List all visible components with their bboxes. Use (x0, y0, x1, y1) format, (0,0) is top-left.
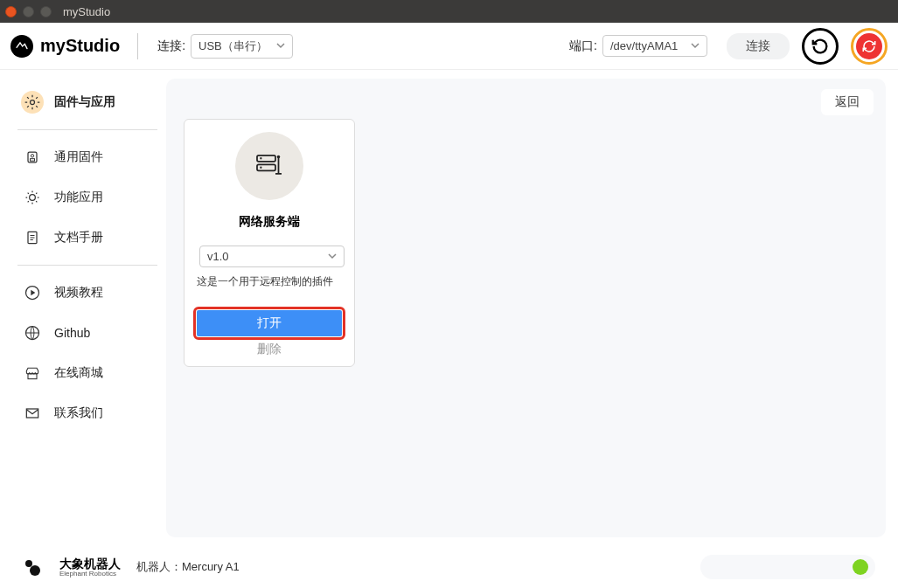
port-value: /dev/ttyAMA1 (610, 39, 678, 52)
svg-point-2 (31, 155, 33, 157)
toolbar: myStudio 连接: USB（串行） 端口: /dev/ttyAMA1 连接 (0, 23, 898, 70)
sidebar-item-label: 固件与应用 (54, 94, 115, 110)
svg-rect-11 (257, 164, 275, 170)
server-icon (235, 132, 303, 200)
app-logo: myStudio (10, 33, 138, 59)
chip-icon (21, 146, 44, 169)
brand-icon (23, 557, 44, 578)
undo-icon (811, 37, 830, 56)
main-area: 固件与应用 通用固件 功能应用 文档手册 视频教程 Github 在线商城 (0, 70, 898, 546)
card-title: 网络服务端 (239, 214, 300, 230)
content-panel: 返回 网络服务端 v1.0 这是一个用于远程控制的插件 打开 删除 (166, 79, 886, 537)
refresh-icon (861, 38, 877, 54)
chevron-down-icon (691, 39, 700, 52)
window-minimize-button[interactable] (23, 6, 34, 17)
svg-rect-3 (31, 159, 35, 162)
sidebar-item-docs[interactable]: 文档手册 (17, 218, 157, 258)
sidebar-item-label: 视频教程 (54, 285, 103, 301)
sidebar-item-label: 通用固件 (54, 149, 103, 165)
svg-rect-9 (26, 409, 38, 418)
sidebar-item-function-apps[interactable]: 功能应用 (17, 177, 157, 218)
shop-icon (21, 362, 44, 384)
port-select[interactable]: /dev/ttyAMA1 (602, 35, 707, 57)
window-title: myStudio (63, 5, 110, 18)
sidebar: 固件与应用 通用固件 功能应用 文档手册 视频教程 Github 在线商城 (0, 70, 166, 546)
globe-icon (21, 322, 44, 344)
cog-icon (21, 186, 44, 209)
connection-label: 连接: (157, 38, 185, 54)
connection-select[interactable]: USB（串行） (191, 34, 293, 59)
svg-rect-10 (257, 156, 275, 162)
sidebar-item-contact[interactable]: 联系我们 (17, 393, 157, 433)
connection-value: USB（串行） (198, 38, 268, 54)
chevron-down-icon (328, 250, 337, 263)
svg-point-14 (277, 156, 281, 159)
robot-label: 机器人： (136, 560, 182, 573)
brand-en: Elephant Robotics (59, 570, 121, 578)
doc-icon (21, 226, 44, 249)
svg-point-13 (260, 167, 261, 169)
logo-icon (10, 35, 33, 58)
svg-point-12 (260, 157, 261, 159)
svg-point-4 (30, 195, 36, 201)
window-maximize-button[interactable] (40, 6, 52, 17)
sidebar-item-shop[interactable]: 在线商城 (17, 353, 157, 393)
app-name: myStudio (40, 36, 120, 56)
sidebar-item-firmware-apps[interactable]: 固件与应用 (17, 82, 157, 122)
version-value: v1.0 (207, 250, 229, 263)
refresh-button[interactable] (851, 28, 888, 65)
back-button[interactable]: 返回 (821, 89, 874, 115)
delete-button[interactable]: 删除 (257, 342, 282, 357)
plugin-card: 网络服务端 v1.0 这是一个用于远程控制的插件 打开 删除 (184, 119, 355, 367)
sidebar-item-video[interactable]: 视频教程 (17, 273, 157, 313)
sidebar-item-label: 文档手册 (54, 230, 103, 246)
status-bar (700, 555, 875, 579)
sidebar-item-label: 功能应用 (54, 190, 103, 205)
status-indicator (853, 559, 868, 575)
card-description: 这是一个用于远程控制的插件 (197, 274, 333, 289)
undo-button[interactable] (802, 28, 839, 65)
svg-point-16 (30, 565, 40, 576)
connect-button[interactable]: 连接 (727, 33, 790, 59)
robot-value: Mercury A1 (182, 560, 240, 573)
svg-rect-8 (28, 374, 37, 379)
port-label: 端口: (569, 38, 597, 54)
svg-point-15 (25, 560, 32, 567)
sidebar-item-label: 联系我们 (54, 405, 103, 421)
play-icon (21, 281, 44, 304)
window-close-button[interactable] (5, 6, 17, 17)
brand-text: 大象机器人 Elephant Robotics (59, 557, 121, 578)
version-select[interactable]: v1.0 (199, 246, 345, 267)
sidebar-item-label: Github (54, 326, 90, 340)
sidebar-item-label: 在线商城 (54, 365, 103, 381)
gear-icon (21, 91, 44, 114)
open-button[interactable]: 打开 (197, 310, 342, 336)
footer: 大象机器人 Elephant Robotics 机器人：Mercury A1 (0, 546, 898, 588)
svg-point-0 (31, 100, 35, 105)
mail-icon (21, 402, 44, 425)
chevron-down-icon (276, 39, 285, 52)
brand-zh: 大象机器人 (59, 557, 121, 570)
sidebar-item-general-firmware[interactable]: 通用固件 (17, 137, 157, 177)
sidebar-item-github[interactable]: Github (17, 313, 157, 353)
robot-info: 机器人：Mercury A1 (136, 559, 240, 575)
window-titlebar: myStudio (0, 0, 898, 23)
